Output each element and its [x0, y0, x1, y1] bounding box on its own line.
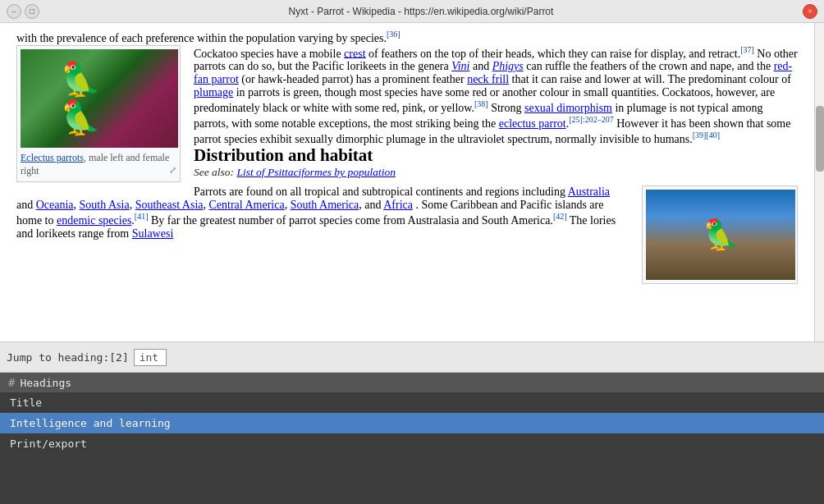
plumage-link[interactable]: plumage [194, 86, 233, 99]
phigys-link[interactable]: Phigys [492, 60, 524, 72]
para1-text: Cockatoo species have a mobile [194, 47, 341, 59]
endemic-species-link[interactable]: endemic species [57, 214, 131, 227]
article-container: with the prevalence of each preference w… [0, 23, 814, 341]
article-scroll: with the prevalence of each preference w… [0, 23, 814, 341]
window-title: Nyxt - Parrot - Wikipedia - https://en.w… [39, 6, 803, 17]
distribution-image-block [642, 186, 798, 284]
headings-list: Title Intelligence and learning Print/ex… [0, 392, 824, 454]
browser-window: – □ Nyxt - Parrot - Wikipedia - https://… [0, 0, 824, 504]
see-also-link[interactable]: List of Psittaciformes by population [236, 166, 396, 178]
eclectus-link[interactable]: Eclectus parrots [21, 152, 84, 163]
crest-link[interactable]: crest [344, 47, 365, 59]
oceania-link[interactable]: Oceania [36, 199, 74, 211]
intro-text: with the prevalence of each preference w… [16, 32, 387, 44]
ref-41[interactable]: [41] [135, 212, 149, 221]
southeast-asia-link[interactable]: Southeast Asia [135, 199, 204, 211]
headings-panel: # Headings Title Intelligence and learni… [0, 373, 824, 504]
close-button[interactable]: × [803, 4, 817, 19]
intro-paragraph: with the prevalence of each preference w… [16, 30, 798, 45]
eclectus-image-block: Eclectus parrots, male left and female r… [16, 45, 181, 183]
distribution-image [646, 190, 795, 280]
sexual-dimorphism-link[interactable]: sexual dimorphism [524, 102, 612, 114]
window-controls: – □ [7, 4, 39, 19]
heading-item-intelligence[interactable]: Intelligence and learning [0, 413, 824, 433]
neck-frill-link[interactable]: neck frill [467, 73, 509, 85]
jump-bar: Jump to heading:[2] [0, 341, 824, 373]
title-bar: – □ Nyxt - Parrot - Wikipedia - https://… [0, 0, 824, 23]
scrollbar-thumb[interactable] [816, 106, 824, 172]
ref-25[interactable]: [25]:202–207 [569, 115, 613, 124]
africa-link[interactable]: Africa [383, 199, 413, 211]
minimize-button[interactable]: – [7, 4, 21, 19]
expand-icon[interactable]: ⤢ [169, 164, 176, 176]
scrollbar[interactable] [814, 23, 824, 341]
ref-37[interactable]: [37] [740, 45, 754, 54]
ref-42[interactable]: [42] [553, 212, 567, 221]
jump-label: Jump to heading:[2] [7, 351, 129, 364]
ref-36[interactable]: [36] [387, 30, 401, 39]
ref-40[interactable]: [40] [706, 131, 720, 140]
south-asia-link[interactable]: South Asia [80, 199, 130, 211]
hash-icon: # [8, 376, 15, 389]
jump-input[interactable] [134, 349, 167, 366]
south-america-link[interactable]: South America [291, 199, 359, 211]
australia-link[interactable]: Australia [568, 186, 610, 198]
close-controls: × [803, 4, 817, 19]
eclectus-image [21, 49, 178, 148]
heading-item-print[interactable]: Print/export [0, 433, 824, 454]
central-america-link[interactable]: Central America [209, 199, 285, 211]
sulawesi-link[interactable]: Sulawesi [132, 227, 174, 240]
headings-header: # Headings [0, 373, 824, 392]
ref-38[interactable]: [38] [474, 99, 488, 108]
eclectus-parrot-link[interactable]: eclectus parrot [499, 117, 566, 130]
main-area: with the prevalence of each preference w… [0, 23, 824, 341]
ref-39[interactable]: [39] [693, 131, 707, 140]
vini-link[interactable]: Vini [451, 60, 469, 72]
eclectus-caption: Eclectus parrots, male left and female r… [21, 151, 176, 179]
maximize-button[interactable]: □ [25, 4, 39, 19]
heading-item-title[interactable]: Title [0, 392, 824, 413]
headings-title: Headings [20, 377, 71, 389]
